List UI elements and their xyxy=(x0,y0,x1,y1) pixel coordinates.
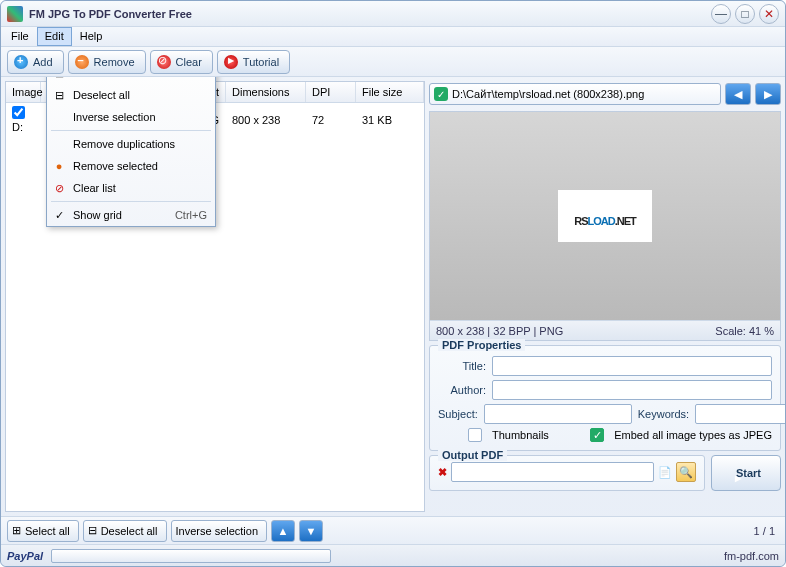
delete-icon[interactable]: ✖ xyxy=(438,466,447,479)
close-button[interactable]: ✕ xyxy=(759,4,779,24)
author-label: Author: xyxy=(438,384,486,396)
move-up-button[interactable]: ▲ xyxy=(271,520,295,542)
browse-button[interactable]: 🔍 xyxy=(676,462,696,482)
menubar: File Edit Help xyxy=(1,27,785,47)
dd-remove-selected[interactable]: ●Remove selected xyxy=(47,155,215,177)
site-link[interactable]: fm-pdf.com xyxy=(724,550,779,562)
preview-info: 800 x 238 | 32 BPP | PNG Scale: 41 % xyxy=(430,320,780,340)
expand-icon: ⊞ xyxy=(12,524,21,537)
menu-edit[interactable]: Edit xyxy=(37,27,72,46)
no-icon: ⊘ xyxy=(51,182,67,195)
preview-image: RSLOAD.NET xyxy=(430,112,780,320)
subject-field[interactable] xyxy=(484,404,632,424)
page-count: 1 / 1 xyxy=(754,525,775,537)
logo-image: RSLOAD.NET xyxy=(558,190,652,242)
prev-button[interactable]: ◀ xyxy=(725,83,751,105)
progress-bar xyxy=(51,549,331,563)
separator xyxy=(51,130,211,131)
start-button[interactable]: Start xyxy=(711,455,781,491)
menu-file[interactable]: File xyxy=(3,27,37,46)
tutorial-button[interactable]: Tutorial xyxy=(217,50,290,74)
collapse-icon: ⊟ xyxy=(88,524,97,537)
dd-deselect-all[interactable]: ⊟Deselect all xyxy=(47,84,215,106)
dd-show-grid[interactable]: ✓Show gridCtrl+G xyxy=(47,204,215,226)
thumbnails-label: Thumbnails xyxy=(492,429,549,441)
thumbnails-checkbox[interactable] xyxy=(468,428,482,442)
right-panel: ✓ D:\Сайт\temp\rsload.net (800x238).png … xyxy=(429,81,781,512)
path-display: ✓ D:\Сайт\temp\rsload.net (800x238).png xyxy=(429,83,721,105)
output-group: Output PDF ✖ 📄 🔍 xyxy=(429,455,705,491)
clear-button[interactable]: Clear xyxy=(150,50,213,74)
pdf-icon: 📄 xyxy=(658,466,672,479)
add-button[interactable]: Add xyxy=(7,50,64,74)
edit-dropdown: ⊞Select all ⊟Deselect all Inverse select… xyxy=(46,77,216,227)
next-button[interactable]: ▶ xyxy=(755,83,781,105)
check-icon: ✓ xyxy=(434,87,448,101)
embed-checkbox[interactable]: ✓ xyxy=(590,428,604,442)
col-dpi[interactable]: DPI xyxy=(306,82,356,102)
inverse-button[interactable]: Inverse selection xyxy=(171,520,268,542)
file-list-panel: ⊞Select all ⊟Deselect all Inverse select… xyxy=(5,81,425,512)
remove-button[interactable]: Remove xyxy=(68,50,146,74)
dd-clear-list[interactable]: ⊘Clear list xyxy=(47,177,215,199)
check-icon: ✓ xyxy=(51,209,67,222)
group-title: PDF Properties xyxy=(438,339,525,351)
plus-icon xyxy=(14,55,28,69)
file-path: D:\Сайт\temp\rsload.net (800x238).png xyxy=(452,88,644,100)
app-icon xyxy=(7,6,23,22)
select-all-button[interactable]: ⊞Select all xyxy=(7,520,79,542)
embed-label: Embed all image types as JPEG xyxy=(614,429,772,441)
content: ⊞Select all ⊟Deselect all Inverse select… xyxy=(1,77,785,516)
output-row: Output PDF ✖ 📄 🔍 Start xyxy=(429,455,781,491)
preview-pane: RSLOAD.NET 800 x 238 | 32 BPP | PNG Scal… xyxy=(429,111,781,341)
app-window: FM JPG To PDF Converter Free — □ ✕ File … xyxy=(0,0,786,567)
dd-remove-dup[interactable]: Remove duplications xyxy=(47,133,215,155)
shortcut: Ctrl+G xyxy=(175,209,207,221)
move-down-button[interactable]: ▼ xyxy=(299,520,323,542)
path-row: ✓ D:\Сайт\temp\rsload.net (800x238).png … xyxy=(429,81,781,107)
collapse-icon: ⊟ xyxy=(51,89,67,102)
output-title: Output PDF xyxy=(438,449,507,461)
paypal-link[interactable]: PayPal xyxy=(7,550,43,562)
dd-inverse[interactable]: Inverse selection xyxy=(47,106,215,128)
subject-label: Subject: xyxy=(438,408,478,420)
minus-icon xyxy=(75,55,89,69)
search-icon: 🔍 xyxy=(679,466,693,479)
title-label: Title: xyxy=(438,360,486,372)
toolbar: Add Remove Clear Tutorial xyxy=(1,47,785,77)
author-field[interactable] xyxy=(492,380,772,400)
scale-label: Scale: 41 % xyxy=(715,325,774,337)
menu-help[interactable]: Help xyxy=(72,27,111,46)
titlebar: FM JPG To PDF Converter Free — □ ✕ xyxy=(1,1,785,27)
maximize-button[interactable]: □ xyxy=(735,4,755,24)
minimize-button[interactable]: — xyxy=(711,4,731,24)
separator xyxy=(51,201,211,202)
row-checkbox[interactable] xyxy=(12,106,25,119)
deselect-all-button[interactable]: ⊟Deselect all xyxy=(83,520,167,542)
app-title: FM JPG To PDF Converter Free xyxy=(29,8,707,20)
pdf-properties-group: PDF Properties Title: Author: Subject: K… xyxy=(429,345,781,451)
play-icon xyxy=(224,55,238,69)
keywords-label: Keywords: xyxy=(638,408,689,420)
expand-icon: ⊞ xyxy=(51,77,67,80)
col-filesize[interactable]: File size xyxy=(356,82,424,102)
col-image[interactable]: Image xyxy=(6,82,41,102)
statusbar: PayPal fm-pdf.com xyxy=(1,544,785,566)
keywords-field[interactable] xyxy=(695,404,785,424)
dd-select-all[interactable]: ⊞Select all xyxy=(47,77,215,84)
output-path-field[interactable] xyxy=(451,462,654,482)
minus-icon: ● xyxy=(51,160,67,172)
bottom-toolbar: ⊞Select all ⊟Deselect all Inverse select… xyxy=(1,516,785,544)
clear-icon xyxy=(157,55,171,69)
col-dimensions[interactable]: Dimensions xyxy=(226,82,306,102)
title-field[interactable] xyxy=(492,356,772,376)
